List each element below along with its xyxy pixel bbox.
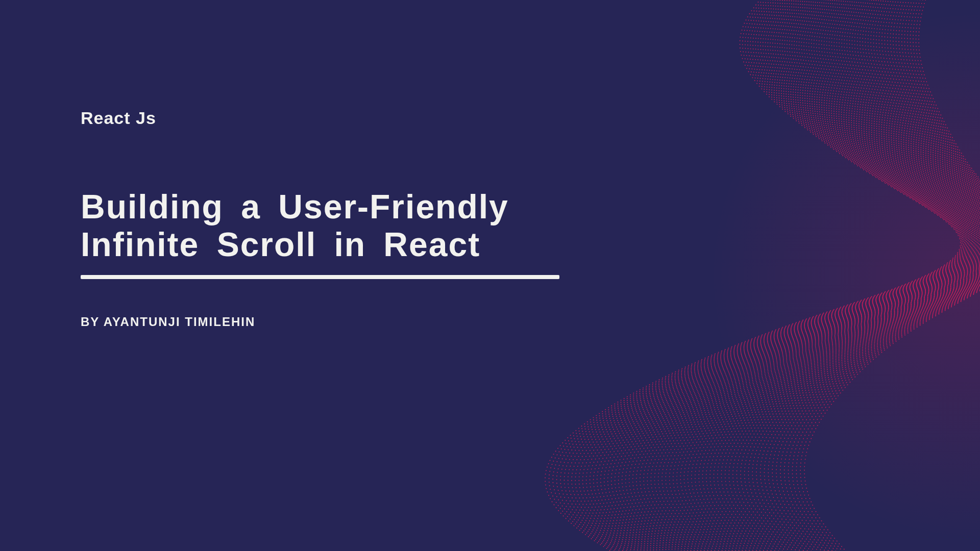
- title-underline: [81, 275, 559, 279]
- author-byline: BY AYANTUNJI TIMILEHIN: [81, 315, 581, 329]
- title-line-2: Infinite Scroll in React: [81, 226, 581, 264]
- content-block: React Js Building a User-Friendly Infini…: [81, 108, 581, 329]
- title-line-1: Building a User-Friendly: [81, 188, 581, 226]
- slide: React Js Building a User-Friendly Infini…: [0, 0, 980, 551]
- category-label: React Js: [81, 108, 581, 128]
- slide-title: Building a User-Friendly Infinite Scroll…: [81, 188, 581, 264]
